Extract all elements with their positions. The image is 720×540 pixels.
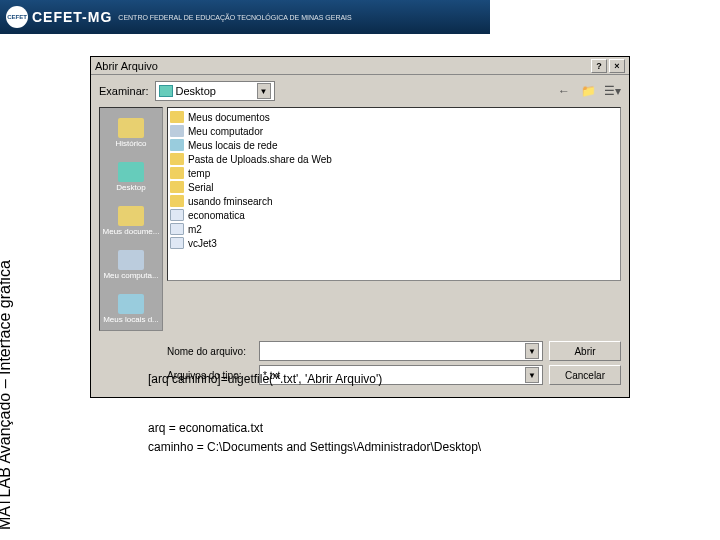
place-mydocs[interactable]: Meus docume...	[101, 200, 161, 242]
folder-icon	[170, 195, 184, 207]
dialog-titlebar: Abrir Arquivo ? ×	[91, 57, 629, 75]
folder-icon	[170, 167, 184, 179]
help-button[interactable]: ?	[591, 59, 607, 73]
computer-icon	[170, 125, 184, 137]
list-item[interactable]: Meus locais de rede	[170, 138, 618, 152]
places-bar: Histórico Desktop Meus docume... Meu com…	[99, 107, 163, 331]
open-file-dialog: Abrir Arquivo ? × Examinar: Desktop ▼ ← …	[90, 56, 630, 398]
textfile-icon	[170, 209, 184, 221]
close-button[interactable]: ×	[609, 59, 625, 73]
folder-icon	[118, 206, 144, 226]
output-line-call: [arq caminho]=uigetfile('*.txt', 'Abrir …	[148, 370, 481, 389]
list-item[interactable]: Meu computador	[170, 124, 618, 138]
network-icon	[170, 139, 184, 151]
network-icon	[118, 294, 144, 314]
logo-icon: CEFET	[6, 6, 28, 28]
place-desktop[interactable]: Desktop	[101, 156, 161, 198]
textfile-icon	[170, 223, 184, 235]
textfile-icon	[170, 237, 184, 249]
folder-icon	[170, 111, 184, 123]
desktop-icon	[159, 85, 173, 97]
lookin-combo[interactable]: Desktop ▼	[155, 81, 275, 101]
list-item[interactable]: Serial	[170, 180, 618, 194]
chevron-down-icon[interactable]: ▼	[525, 343, 539, 359]
code-output: [arq caminho]=uigetfile('*.txt', 'Abrir …	[148, 370, 481, 458]
org-subtitle: CENTRO FEDERAL DE EDUCAÇÃO TECNOLÓGICA D…	[118, 14, 351, 21]
folder-icon	[170, 153, 184, 165]
computer-icon	[118, 250, 144, 270]
place-network[interactable]: Meus locais d...	[101, 288, 161, 330]
lookin-label: Examinar:	[99, 85, 149, 97]
history-icon	[118, 118, 144, 138]
place-history[interactable]: Histórico	[101, 112, 161, 154]
list-item[interactable]: usando fminsearch	[170, 194, 618, 208]
cancel-button[interactable]: Cancelar	[549, 365, 621, 385]
filename-input[interactable]: ▼	[259, 341, 543, 361]
chevron-down-icon[interactable]: ▼	[257, 83, 271, 99]
filename-label: Nome do arquivo:	[167, 346, 253, 357]
view-mode-button[interactable]: ☰▾	[603, 82, 621, 100]
file-list[interactable]: Meus documentos Meu computador Meus loca…	[167, 107, 621, 281]
list-item[interactable]: economatica	[170, 208, 618, 222]
desktop-icon	[118, 162, 144, 182]
place-mycomputer[interactable]: Meu computa...	[101, 244, 161, 286]
folder-icon	[170, 181, 184, 193]
lookin-value: Desktop	[176, 85, 216, 97]
dialog-title: Abrir Arquivo	[95, 60, 589, 72]
list-item[interactable]: Pasta de Uploads.share da Web	[170, 152, 618, 166]
back-button[interactable]: ←	[555, 82, 573, 100]
output-line-caminho: caminho = C:\Documents and Settings\Admi…	[148, 438, 481, 457]
list-item[interactable]: m2	[170, 222, 618, 236]
institution-header: CEFET CEFET-MG CENTRO FEDERAL DE EDUCAÇÃ…	[0, 0, 490, 34]
org-name: CEFET-MG	[32, 9, 112, 25]
chevron-down-icon[interactable]: ▼	[525, 367, 539, 383]
open-button[interactable]: Abrir	[549, 341, 621, 361]
output-line-arq: arq = economatica.txt	[148, 419, 481, 438]
lookin-row: Examinar: Desktop ▼ ← 📁 ☰▾	[91, 75, 629, 107]
list-item[interactable]: Meus documentos	[170, 110, 618, 124]
slide-sidebar-label: MATLAB Avançado – Interface gráfica	[0, 260, 14, 530]
list-item[interactable]: vcJet3	[170, 236, 618, 250]
up-folder-button[interactable]: 📁	[579, 82, 597, 100]
list-item[interactable]: temp	[170, 166, 618, 180]
